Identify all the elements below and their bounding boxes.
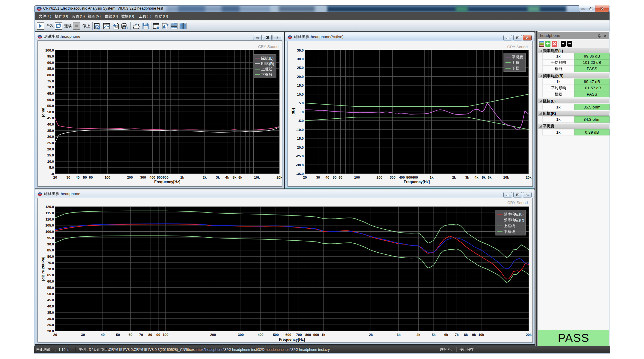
- svg-text:10k: 10k: [503, 176, 509, 179]
- svg-text:10k: 10k: [478, 333, 484, 337]
- svg-text:600: 600: [412, 176, 418, 179]
- svg-text:CRY: CRY: [39, 36, 41, 37]
- svg-text:105.0: 105.0: [45, 224, 54, 227]
- svg-text:20k: 20k: [526, 176, 532, 179]
- svg-text:85.0: 85.0: [47, 248, 54, 252]
- svg-text:20.0: 20.0: [47, 147, 54, 151]
- svg-text:6151: 6151: [39, 194, 41, 196]
- svg-text:CRY Sound: CRY Sound: [507, 200, 528, 205]
- svg-text:90: 90: [157, 333, 160, 337]
- svg-text:95.0: 95.0: [47, 236, 54, 240]
- svg-text:35.0: 35.0: [297, 49, 304, 52]
- svg-text:30.0: 30.0: [47, 317, 54, 321]
- svg-text:6151: 6151: [289, 37, 291, 39]
- svg-text:2k: 2k: [203, 176, 207, 179]
- svg-text:6151: 6151: [38, 9, 41, 10]
- svg-text:3k: 3k: [216, 176, 220, 179]
- svg-text:25.0: 25.0: [47, 141, 54, 145]
- svg-text:4k: 4k: [416, 333, 420, 337]
- svg-text:90.0: 90.0: [47, 61, 54, 64]
- svg-text:1k: 1k: [321, 333, 325, 337]
- svg-text:80: 80: [148, 333, 152, 337]
- svg-text:20: 20: [53, 176, 57, 179]
- svg-text:-20.0: -20.0: [296, 146, 304, 149]
- svg-text:-15.0: -15.0: [296, 137, 304, 140]
- svg-text:40: 40: [101, 333, 105, 337]
- svg-text:100.0: 100.0: [45, 230, 54, 233]
- svg-text:[dB re 20uPa]: [dB re 20uPa]: [41, 257, 45, 281]
- svg-text:-10.0: -10.0: [296, 128, 304, 132]
- svg-text:400: 400: [150, 176, 155, 179]
- svg-text:110.0: 110.0: [46, 218, 54, 221]
- svg-text:20: 20: [53, 333, 57, 337]
- svg-text:35.0: 35.0: [47, 129, 54, 132]
- svg-text:115.0: 115.0: [46, 211, 54, 215]
- svg-text:5.0: 5.0: [49, 166, 54, 169]
- svg-text:75.0: 75.0: [47, 79, 54, 83]
- svg-text:-25.0: -25.0: [296, 154, 304, 158]
- svg-text:55.0: 55.0: [47, 286, 54, 289]
- svg-text:500: 500: [157, 176, 162, 179]
- svg-text:80.0: 80.0: [47, 255, 54, 258]
- svg-text:(L): (L): [269, 56, 273, 61]
- svg-text:CRY Sound: CRY Sound: [507, 45, 528, 49]
- svg-text:600: 600: [163, 176, 168, 179]
- svg-text:60: 60: [129, 333, 133, 337]
- svg-text:.0: .0: [301, 110, 304, 114]
- svg-text:6k: 6k: [238, 176, 242, 179]
- svg-text:60.0: 60.0: [47, 280, 54, 283]
- svg-text:8k: 8k: [464, 333, 468, 337]
- svg-text:600: 600: [285, 333, 291, 337]
- svg-text:120.0: 120.0: [45, 205, 54, 209]
- svg-text:15.0: 15.0: [47, 153, 54, 157]
- svg-text:400: 400: [399, 176, 405, 179]
- svg-text:30.0: 30.0: [47, 135, 54, 138]
- svg-text:(R): (R): [519, 218, 524, 222]
- svg-text:[ohm]: [ohm]: [41, 107, 45, 117]
- svg-text:3k: 3k: [465, 176, 469, 179]
- svg-text:60: 60: [338, 176, 342, 179]
- svg-text:1k: 1k: [430, 176, 434, 179]
- svg-text:-30.0: -30.0: [296, 163, 304, 167]
- svg-text:6k: 6k: [444, 333, 448, 337]
- svg-text:200: 200: [127, 176, 133, 179]
- svg-text:10k: 10k: [254, 176, 260, 179]
- svg-text:40: 40: [76, 176, 80, 179]
- svg-text:20k: 20k: [526, 333, 532, 337]
- svg-text:20.0: 20.0: [297, 75, 304, 79]
- svg-text:2k: 2k: [452, 176, 456, 179]
- svg-text:4k: 4k: [225, 176, 229, 179]
- svg-text:50.0: 50.0: [47, 292, 54, 296]
- svg-text:CRY Sound: CRY Sound: [258, 44, 279, 49]
- svg-text:CRY: CRY: [39, 193, 41, 194]
- svg-text:40.0: 40.0: [47, 123, 54, 126]
- svg-text:20: 20: [303, 176, 307, 179]
- svg-text:25.0: 25.0: [297, 66, 304, 70]
- svg-text:80.0: 80.0: [47, 73, 54, 77]
- svg-text:400: 400: [258, 333, 263, 337]
- svg-text:40.0: 40.0: [47, 304, 54, 308]
- svg-text:300: 300: [238, 333, 244, 337]
- svg-text:30.0: 30.0: [297, 57, 304, 61]
- svg-text:[dB]: [dB]: [291, 108, 295, 116]
- svg-text:Frequency[Hz]: Frequency[Hz]: [154, 180, 180, 184]
- svg-text:-35.0: -35.0: [296, 172, 304, 176]
- svg-text:.0: .0: [51, 172, 54, 176]
- svg-text:200: 200: [210, 333, 216, 337]
- svg-text:300: 300: [140, 176, 146, 179]
- svg-text:10.0: 10.0: [297, 93, 304, 96]
- svg-text:60: 60: [89, 176, 93, 179]
- svg-text:(R): (R): [269, 62, 274, 66]
- svg-text:100: 100: [162, 333, 168, 337]
- svg-text:30: 30: [316, 176, 320, 179]
- svg-text:30: 30: [67, 176, 70, 179]
- svg-text:20k: 20k: [276, 176, 282, 179]
- svg-text:100: 100: [105, 176, 110, 179]
- svg-text:85.0: 85.0: [47, 67, 54, 70]
- svg-text:70.0: 70.0: [47, 267, 54, 271]
- svg-text:500: 500: [273, 333, 279, 337]
- svg-text:95.0: 95.0: [47, 55, 54, 58]
- svg-text:5k: 5k: [233, 176, 237, 179]
- svg-text:Frequency[Hz]: Frequency[Hz]: [404, 180, 430, 184]
- svg-text:Frequency[Hz]: Frequency[Hz]: [279, 337, 305, 342]
